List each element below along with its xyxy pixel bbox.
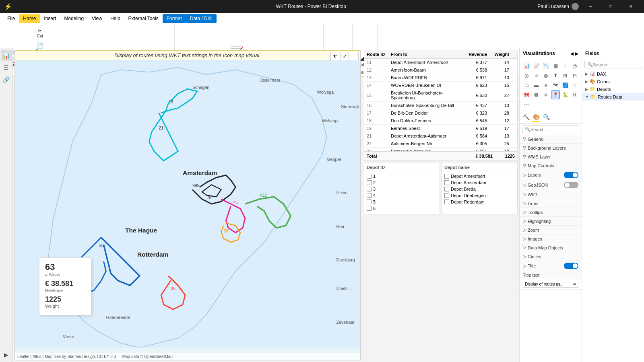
labels-toggle[interactable] — [564, 172, 578, 178]
viz-python[interactable]: 🐍 — [561, 90, 570, 99]
viz-icon-map[interactable]: 📍 — [551, 90, 560, 99]
table-row[interactable]: 17 De Bilt-Den Dolder € 323 28 — [364, 109, 517, 117]
viz-stacked-bar[interactable]: ▦ — [551, 62, 560, 70]
sidebar-filter-icon[interactable]: ▶ — [1, 349, 12, 360]
viz-more[interactable]: ⋯ — [522, 100, 531, 109]
fields-search-input[interactable] — [593, 62, 644, 67]
title-header[interactable]: ▷ Title — [520, 261, 582, 271]
close-button[interactable]: ✕ — [621, 0, 640, 13]
general-header[interactable]: ▽ General — [520, 135, 582, 143]
images-header[interactable]: ▷ Images — [520, 234, 582, 243]
viz-table[interactable]: ⊞ — [561, 71, 570, 80]
table-row[interactable]: 15 Breukelen Ut-Bunschoten-Spakenburg € … — [364, 89, 517, 102]
table-row[interactable]: 22 Aalsmeer-Bergen Nh € 305 25 — [364, 140, 517, 148]
build-tab[interactable]: 🔨 — [522, 113, 530, 122]
format-tab[interactable]: 🎨 — [532, 113, 541, 122]
viz-panel-chevron-left[interactable]: ◀ — [570, 51, 574, 56]
table-row[interactable]: 21 Depot Amsterdam-Aalsmeer € 584 13 — [364, 132, 517, 140]
highlighting-header[interactable]: ▷ Highlighting — [520, 217, 582, 225]
table-row[interactable]: 18 Den Dolder-Eemnes € 545 12 — [364, 117, 517, 125]
viz-slicer[interactable]: ≡ — [541, 81, 550, 90]
fields-item-colors[interactable]: ▶ 🎨 Colors — [582, 78, 644, 85]
data-map-header[interactable]: ▷ Data Map Objects — [520, 243, 582, 252]
menu-format[interactable]: Format — [163, 14, 186, 23]
analytics-tab[interactable]: 🔍 — [542, 113, 551, 122]
sidebar-data-icon[interactable]: ☰ — [1, 62, 12, 73]
more-button[interactable]: ⋯ — [350, 52, 359, 61]
viz-decomp[interactable]: ⚛ — [541, 90, 550, 99]
viz-bar-chart[interactable]: 📊 — [522, 62, 531, 70]
menu-modeling[interactable]: Modeling — [60, 14, 88, 23]
sidebar-report-icon[interactable]: 📊 — [1, 50, 12, 61]
depot-name-checkbox[interactable] — [444, 174, 449, 179]
depot-id-item[interactable]: 4 — [367, 192, 437, 199]
depot-name-item[interactable]: Depot Amsterdam — [444, 179, 515, 186]
menu-insert[interactable]: Insert — [40, 14, 60, 23]
viz-funnel[interactable]: ⌽ — [532, 71, 541, 80]
depot-name-checkbox[interactable] — [444, 187, 449, 191]
table-row[interactable]: 23 Bergen Nh-Abcoude € 661 10 — [364, 148, 517, 151]
table-row[interactable]: 11 Depot Amersfoort-Amersfoort € 377 14 — [364, 59, 517, 66]
depot-id-item[interactable]: 5 — [367, 199, 437, 205]
wms-header[interactable]: ▽ WMS Layer — [520, 152, 582, 161]
menu-home[interactable]: Home — [19, 14, 40, 23]
depot-id-item[interactable]: 3 — [367, 186, 437, 192]
depot-name-item[interactable]: Depot Breda — [444, 186, 515, 192]
viz-gauge[interactable]: ◍ — [541, 71, 550, 80]
title-text-edit-icon[interactable]: ✏ — [573, 282, 576, 286]
viz-matrix[interactable]: ⊟ — [570, 71, 579, 80]
depot-id-item[interactable]: 1 — [367, 173, 437, 179]
viz-scatter[interactable]: ⁙ — [561, 62, 570, 70]
depot-id-checkbox[interactable] — [367, 187, 372, 191]
labels-header[interactable]: ▷ Labels — [520, 170, 582, 180]
map-controls-header[interactable]: ▽ Map Controls — [520, 161, 582, 170]
depot-id-checkbox[interactable] — [367, 180, 372, 185]
depot-id-checkbox[interactable] — [367, 206, 372, 211]
title-text-header[interactable]: Title text — [520, 271, 582, 279]
depot-name-item[interactable]: Depot Rotterdam — [444, 199, 515, 205]
viz-line-chart[interactable]: 📈 — [532, 62, 541, 70]
depot-name-item[interactable]: Depot Amersfoort — [444, 173, 515, 179]
viz-multi-card[interactable]: ▬ — [532, 81, 541, 90]
viz-kpi[interactable]: ⬆ — [551, 71, 560, 80]
viz-card[interactable]: ▭ — [522, 81, 531, 90]
viz-panel-chevron-right[interactable]: ▶ — [575, 51, 578, 56]
zoom-header[interactable]: ▷ Zoom — [520, 226, 582, 234]
table-row[interactable]: 12 Amersfoort-Baarn € 538 17 — [364, 66, 517, 74]
background-header[interactable]: ▽ Background Layers — [520, 144, 582, 152]
viz-area-chart[interactable]: 📉 — [541, 62, 550, 70]
viz-filled-map[interactable]: 🗾 — [561, 81, 570, 90]
viz-waterfall[interactable]: ↕ — [570, 81, 579, 90]
viz-r[interactable]: R — [570, 90, 579, 99]
viz-search-input[interactable] — [530, 127, 582, 132]
menu-view[interactable]: View — [88, 14, 106, 23]
depot-name-checkbox[interactable] — [444, 180, 449, 185]
depot-id-checkbox[interactable] — [367, 174, 372, 179]
tooltips-header[interactable]: ▷ Tooltips — [520, 208, 582, 216]
sidebar-model-icon[interactable]: 🔗 — [1, 74, 12, 85]
fields-item-depots[interactable]: ▶ 📁 Depots — [582, 85, 644, 93]
title-toggle[interactable] — [564, 263, 578, 269]
fields-item-dax[interactable]: ▶ 📊 DAX — [582, 70, 644, 78]
viz-donut[interactable]: ◎ — [522, 71, 531, 80]
window-controls[interactable]: ─ □ ✕ — [581, 0, 640, 13]
lines-header[interactable]: ▷ Lines — [520, 199, 582, 208]
menu-file[interactable]: File — [3, 14, 19, 23]
depot-id-item[interactable]: 6 — [367, 205, 437, 212]
viz-pie[interactable]: ◔ — [570, 62, 579, 70]
cut-button[interactable]: ✂ Cut — [25, 26, 56, 40]
circles-header[interactable]: ▷ Circles — [520, 252, 582, 261]
filter-button[interactable]: ⧨ — [330, 52, 339, 61]
geojson-header[interactable]: ▷ GeoJSON — [520, 180, 582, 190]
table-row[interactable]: 13 Baarn-WOERDEN € 971 10 — [364, 74, 517, 82]
minimize-button[interactable]: ─ — [581, 0, 600, 13]
geojson-toggle[interactable] — [564, 182, 578, 188]
menu-external-tools[interactable]: External Tools — [124, 14, 163, 23]
viz-treemap[interactable]: ⊠ — [532, 90, 541, 99]
wkt-header[interactable]: ▷ WKT — [520, 190, 582, 199]
title-text-field[interactable]: Display of routes us... ✏ — [523, 281, 578, 288]
depot-name-checkbox[interactable] — [444, 193, 449, 198]
table-row[interactable]: 19 Eemnes-Soest € 519 17 — [364, 125, 517, 132]
depot-id-checkbox[interactable] — [367, 193, 372, 198]
viz-ribbon[interactable]: 🎀 — [522, 90, 531, 99]
